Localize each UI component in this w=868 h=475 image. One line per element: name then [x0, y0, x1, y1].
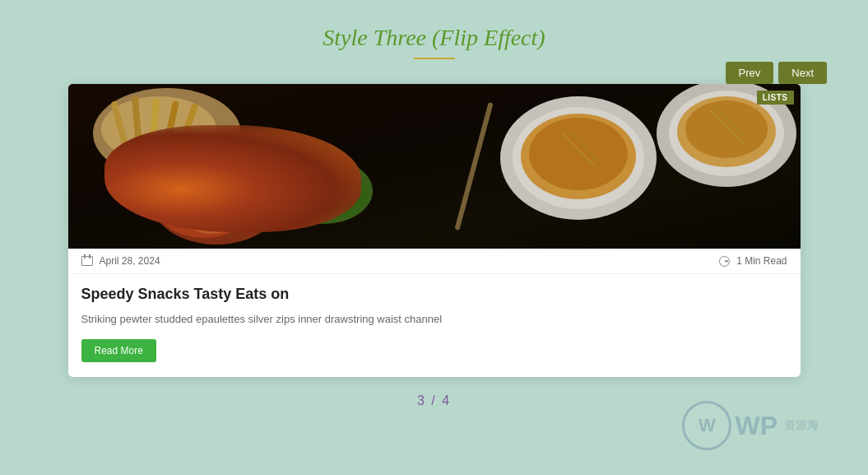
calendar-icon: [81, 256, 93, 266]
card-title: Speedy Snacks Tasty Eats on: [81, 286, 787, 303]
nav-buttons: Prev Next: [726, 62, 827, 84]
prev-button[interactable]: Prev: [726, 62, 774, 84]
svg-point-16: [274, 154, 356, 212]
svg-point-11: [183, 158, 274, 224]
card-body: Speedy Snacks Tasty Eats on Striking pew…: [68, 274, 801, 377]
food-image-svg: [68, 84, 801, 249]
svg-point-13: [276, 198, 319, 225]
next-button[interactable]: Next: [778, 62, 827, 84]
pagination: 3 / 4: [417, 394, 451, 408]
svg-point-12: [175, 181, 249, 234]
category-badge: LISTS: [757, 91, 794, 105]
page-wrapper: Style Three (Flip Effect) Prev Next: [0, 0, 868, 475]
article-card: LISTS April 28, 2024 1 Min Read Speedy S…: [68, 84, 801, 377]
clock-icon: [719, 256, 730, 267]
svg-point-19: [301, 161, 345, 184]
svg-rect-33: [68, 84, 801, 249]
page-title: Style Three (Flip Effect): [323, 25, 545, 51]
card-date: April 28, 2024: [81, 255, 160, 267]
card-meta-bar: April 28, 2024 1 Min Read: [68, 249, 801, 274]
wp-brand-text: WP: [735, 411, 777, 441]
svg-point-14: [265, 193, 299, 218]
watermark: W WP 资源海: [682, 401, 819, 450]
read-more-button[interactable]: Read More: [81, 339, 156, 362]
card-excerpt: Striking pewter studded epaulettes silve…: [81, 311, 787, 328]
wp-logo: W: [682, 401, 731, 450]
wp-logo-text: W: [699, 415, 716, 436]
title-divider: [414, 58, 455, 59]
card-image: [68, 84, 801, 249]
card-image-wrapper: LISTS: [68, 84, 801, 249]
svg-point-18: [284, 163, 337, 195]
wp-sub-text: 资源海: [784, 418, 819, 433]
card-read-time: 1 Min Read: [719, 255, 787, 267]
